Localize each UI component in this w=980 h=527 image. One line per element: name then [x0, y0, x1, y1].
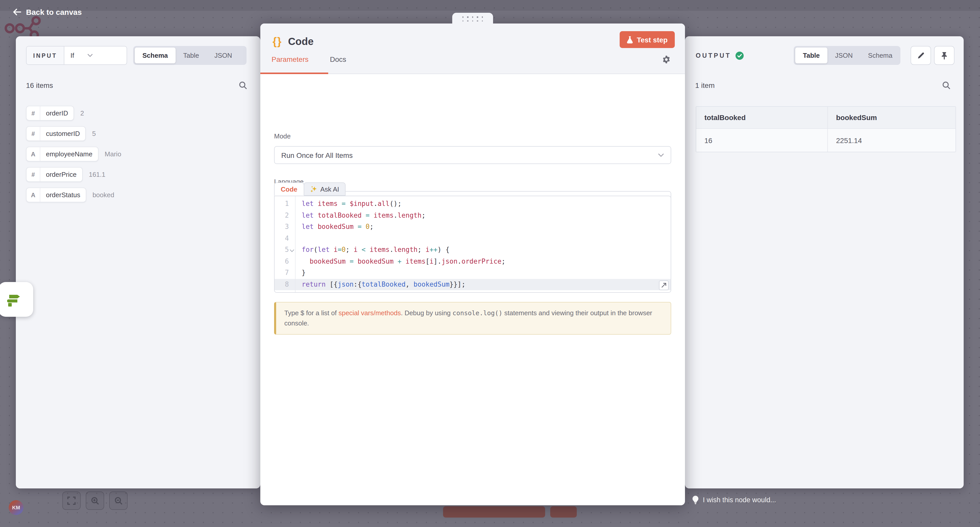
- pencil-icon: [917, 52, 924, 59]
- code-line[interactable]: 6 bookedSum = bookedSum + items[i].json.…: [275, 256, 671, 267]
- output-tab-table[interactable]: Table: [795, 48, 827, 63]
- table-header-cell[interactable]: totalBooked: [696, 107, 827, 128]
- schema-item[interactable]: AorderStatusbooked: [26, 188, 121, 202]
- line-number: 3: [275, 221, 289, 233]
- schema-field-pill[interactable]: AemployeeName: [26, 147, 99, 161]
- tab-docs[interactable]: Docs: [330, 55, 346, 69]
- edit-output-button[interactable]: [911, 46, 931, 65]
- schema-field-value: 161.1: [89, 171, 105, 178]
- table-header-cell[interactable]: bookedSum: [827, 107, 956, 128]
- fold-gutter: [289, 267, 295, 279]
- fold-gutter: [289, 279, 295, 290]
- editor-tab-code[interactable]: Code: [274, 182, 304, 196]
- schema-field-pill[interactable]: AorderStatus: [26, 187, 86, 202]
- pin-icon: [941, 51, 948, 59]
- node-feedback-link[interactable]: I wish this node would...: [692, 495, 776, 504]
- gear-icon: [662, 55, 671, 64]
- code-text: for(let i=0; i < items.length; i++) {: [295, 244, 449, 256]
- test-step-button[interactable]: Test step: [619, 31, 675, 48]
- canvas-topbar: [0, 0, 980, 11]
- output-panel: OUTPUT Table JSON Schema 1 item totalBoo…: [685, 36, 964, 489]
- code-line[interactable]: 3let bookedSum = 0;: [275, 221, 671, 233]
- schema-item[interactable]: #customerID5: [26, 127, 121, 141]
- schema-field-name: orderStatus: [40, 188, 86, 202]
- line-number: 8: [275, 279, 289, 290]
- code-editor[interactable]: 1let items = $input.all();2let totalBook…: [274, 196, 671, 293]
- code-line[interactable]: 1let items = $input.all();: [275, 198, 671, 210]
- zoom-out-button[interactable]: [109, 492, 127, 510]
- schema-list: #orderID2#customerID5AemployeeNameMario#…: [26, 106, 121, 202]
- tab-parameters[interactable]: Parameters: [272, 55, 309, 69]
- flask-icon: [627, 36, 633, 43]
- schema-field-pill[interactable]: #customerID: [26, 126, 86, 141]
- fold-gutter: [289, 221, 295, 233]
- input-label: INPUT: [27, 46, 64, 64]
- schema-field-value: booked: [92, 191, 114, 199]
- input-tab-schema[interactable]: Schema: [135, 48, 176, 63]
- schema-field-name: orderPrice: [40, 168, 82, 181]
- node-detail-modal: {} Code Test step Parameters Docs Mode: [260, 24, 685, 505]
- schema-field-value: 5: [92, 130, 96, 137]
- fold-chevron-icon[interactable]: [289, 244, 295, 256]
- table-cell: 16: [696, 129, 827, 152]
- input-search-button[interactable]: [239, 81, 247, 89]
- gutter-divider: [295, 196, 296, 292]
- output-table: totalBookedbookedSum162251.14: [696, 106, 956, 152]
- drag-dots-icon: [462, 16, 483, 21]
- code-text: }: [295, 267, 306, 279]
- table-row[interactable]: 162251.14: [696, 128, 956, 152]
- node-settings-button[interactable]: [662, 55, 671, 64]
- zoom-out-icon: [114, 496, 123, 505]
- expand-editor-button[interactable]: [659, 281, 669, 290]
- avatar[interactable]: KM: [9, 500, 24, 515]
- editor-tab-ask-ai[interactable]: Ask AI: [304, 182, 346, 196]
- schema-field-value: 2: [80, 109, 84, 117]
- editor-hint-callout: Type $ for a list of special vars/method…: [274, 302, 671, 335]
- zoom-to-fit-button[interactable]: [62, 492, 81, 510]
- code-line[interactable]: 8return [{json:{totalBooked, bookedSum}}…: [275, 279, 671, 290]
- pin-data-button[interactable]: [934, 46, 955, 65]
- number-type-icon: #: [27, 106, 40, 120]
- line-number: 2: [275, 210, 289, 221]
- code-line[interactable]: 7}: [275, 267, 671, 279]
- code-text: bookedSum = bookedSum + items[i].json.or…: [295, 256, 505, 267]
- schema-item[interactable]: AemployeeNameMario: [26, 147, 121, 161]
- code-text: return [{json:{totalBooked, bookedSum}}]…: [295, 279, 466, 290]
- line-number: 5: [275, 244, 289, 256]
- schema-field-name: employeeName: [40, 147, 98, 161]
- fold-gutter: [289, 256, 295, 267]
- code-lines: 1let items = $input.all();2let totalBook…: [275, 196, 671, 290]
- zoom-in-button[interactable]: [86, 492, 104, 510]
- input-panel: INPUT If Schema Table JSON 16 items #ord…: [16, 36, 260, 489]
- code-line[interactable]: 2let totalBooked = items.length;: [275, 210, 671, 221]
- mode-label: Mode: [274, 133, 291, 140]
- input-node-chip[interactable]: [0, 282, 33, 317]
- input-tab-json[interactable]: JSON: [207, 48, 240, 63]
- back-to-canvas-button[interactable]: Back to canvas: [13, 8, 82, 16]
- schema-field-pill[interactable]: #orderPrice: [26, 167, 83, 182]
- schema-field-name: orderID: [40, 106, 74, 120]
- mode-select[interactable]: Run Once for All Items: [274, 146, 671, 164]
- code-line[interactable]: 5for(let i=0; i < items.length; i++) {: [275, 244, 671, 256]
- schema-field-pill[interactable]: #orderID: [26, 106, 74, 121]
- input-source-select[interactable]: INPUT If: [26, 46, 127, 65]
- code-line[interactable]: 4: [275, 233, 671, 244]
- number-type-icon: #: [27, 168, 40, 181]
- line-number: 6: [275, 256, 289, 267]
- input-view-tabs: Schema Table JSON: [133, 46, 247, 65]
- output-search-button[interactable]: [942, 81, 950, 89]
- back-label: Back to canvas: [26, 8, 82, 16]
- input-tab-table[interactable]: Table: [176, 48, 207, 63]
- output-tab-schema[interactable]: Schema: [860, 48, 900, 63]
- schema-item[interactable]: #orderID2: [26, 106, 121, 120]
- special-vars-link[interactable]: special vars/methods: [339, 309, 401, 317]
- chevron-down-icon: [658, 153, 664, 157]
- number-type-icon: #: [27, 127, 40, 141]
- code-node-icon: {}: [272, 35, 282, 48]
- schema-item[interactable]: #orderPrice161.1: [26, 168, 121, 181]
- output-tab-json[interactable]: JSON: [827, 48, 860, 63]
- modal-drag-handle[interactable]: [452, 13, 493, 25]
- input-source-value: If: [70, 52, 74, 59]
- code-text: let totalBooked = items.length;: [295, 210, 425, 221]
- node-title[interactable]: Code: [288, 35, 313, 47]
